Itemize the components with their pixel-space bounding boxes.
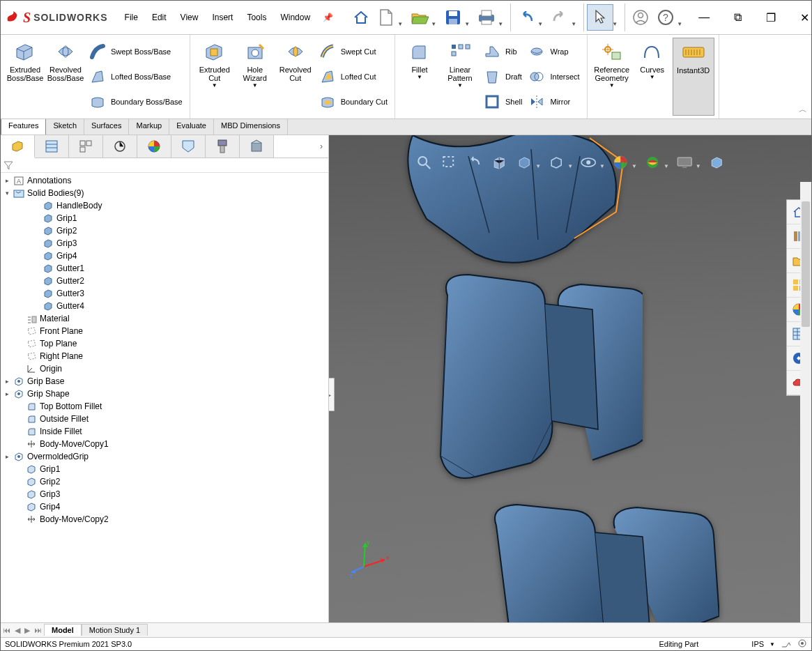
lofted-boss-button[interactable]: Lofted Boss/Base <box>86 64 185 89</box>
tab-surfaces[interactable]: Surfaces <box>84 119 129 135</box>
menu-window[interactable]: Window <box>275 10 316 25</box>
menu-view[interactable]: View <box>175 10 204 25</box>
tab-nav-next[interactable]: ▶ <box>22 626 32 635</box>
expand-icon[interactable]: ▸ <box>3 390 10 397</box>
tree-node[interactable]: Grip1 <box>1 212 328 224</box>
apply-scene-button[interactable] <box>643 153 662 171</box>
tab-nav-last[interactable]: ⏭ <box>32 626 44 634</box>
zoom-fit-button[interactable] <box>414 153 434 171</box>
mirror-button[interactable]: Mirror <box>525 89 582 114</box>
flyout-icon[interactable]: › <box>314 135 328 158</box>
status-icon[interactable] <box>781 638 792 650</box>
dimxpert-manager-tab[interactable] <box>103 135 137 158</box>
expand-icon[interactable]: ▾ <box>3 190 10 197</box>
rib-button[interactable]: Rib <box>480 39 525 64</box>
cam-tree-tab[interactable] <box>206 135 240 158</box>
hide-show-button[interactable] <box>579 153 598 171</box>
tree-node[interactable]: Top Plane <box>1 337 328 350</box>
dropdown-icon[interactable]: ▼ <box>769 641 775 648</box>
edit-appearance-button[interactable] <box>611 153 630 171</box>
tab-evaluate[interactable]: Evaluate <box>169 119 214 135</box>
boundary-boss-button[interactable]: Boundary Boss/Base <box>86 89 185 114</box>
redo-button[interactable] <box>547 5 572 30</box>
close-button[interactable]: ✕ <box>790 7 812 28</box>
tree-node[interactable]: Grip3 <box>1 488 328 500</box>
tree-node[interactable]: Grip2 <box>1 475 328 488</box>
tree-node[interactable]: HandleBody <box>1 199 328 212</box>
dropdown-icon[interactable]: ▼ <box>664 163 669 169</box>
save-button[interactable] <box>441 5 466 30</box>
menu-edit[interactable]: Edit <box>146 10 172 25</box>
scrollbar-thumb[interactable] <box>802 201 810 327</box>
print-button[interactable] <box>474 5 499 30</box>
tree-node[interactable]: Material <box>1 312 328 325</box>
tab-nav-first[interactable]: ⏮ <box>1 626 13 634</box>
menu-insert[interactable]: Insert <box>206 10 238 25</box>
intersect-button[interactable]: Intersect <box>525 64 582 89</box>
reference-geometry-button[interactable]: Reference Geometry▼ <box>592 38 632 116</box>
extruded-cut-button[interactable]: Extruded Cut▼ <box>194 38 235 116</box>
user-button[interactable] <box>628 5 653 30</box>
curves-button[interactable]: Curves▼ <box>632 38 673 116</box>
tree-node[interactable]: Body-Move/Copy1 <box>1 438 328 450</box>
minimize-button[interactable]: — <box>689 7 719 28</box>
tab-markup[interactable]: Markup <box>129 119 169 135</box>
previous-view-button[interactable] <box>464 153 484 171</box>
home-button[interactable] <box>348 5 374 30</box>
expand-icon[interactable]: ▸ <box>3 453 10 460</box>
flyout-tree-handle[interactable]: ▸ <box>329 378 335 411</box>
tree-node[interactable]: Gutter3 <box>1 287 328 300</box>
tree-node[interactable]: Grip2 <box>1 224 328 237</box>
lofted-cut-button[interactable]: Lofted Cut <box>316 64 390 89</box>
expand-icon[interactable]: ▸ <box>3 378 10 385</box>
new-button[interactable] <box>374 5 399 30</box>
feature-manager-tab[interactable] <box>1 135 35 158</box>
tree-node[interactable]: ▾Solid Bodies(9) <box>1 187 328 199</box>
fillet-button[interactable]: Fillet▼ <box>399 38 440 116</box>
maximize-small-button[interactable]: ⧉ <box>723 7 752 28</box>
configuration-manager-tab[interactable] <box>69 135 103 158</box>
tree-node[interactable]: Gutter1 <box>1 262 328 275</box>
tree-node[interactable]: ▸AAnnotations <box>1 174 328 187</box>
revolved-cut-button[interactable]: Revolved Cut <box>275 38 316 116</box>
menu-tools[interactable]: Tools <box>241 10 272 25</box>
tree-node[interactable]: ▸Grip Shape <box>1 388 328 400</box>
tree-node[interactable]: Grip1 <box>1 463 328 475</box>
view-triad[interactable]: x y z <box>350 539 392 581</box>
dropdown-icon[interactable]: ▼ <box>696 163 701 169</box>
tree-node[interactable]: Right Plane <box>1 350 328 362</box>
dropdown-icon[interactable]: ▼ <box>599 163 605 169</box>
tree-filter[interactable] <box>1 158 328 173</box>
section-view-button[interactable] <box>489 153 509 171</box>
wrap-button[interactable]: Wrap <box>525 39 582 64</box>
status-gear-icon[interactable] <box>797 638 807 650</box>
dropdown-icon[interactable]: ▼ <box>567 163 573 169</box>
dropdown-icon[interactable]: ▼ <box>535 163 541 169</box>
tree-node[interactable]: Grip4 <box>1 250 328 262</box>
display-style-button[interactable] <box>546 153 566 171</box>
tree-node[interactable]: Front Plane <box>1 325 328 337</box>
units-label[interactable]: IPS <box>751 640 764 648</box>
tree-node[interactable]: Grip3 <box>1 237 328 250</box>
boundary-cut-button[interactable]: Boundary Cut <box>316 89 390 114</box>
undo-button[interactable] <box>514 5 539 30</box>
tree-node[interactable]: ▸OvermoldedGrip <box>1 450 328 463</box>
help-button[interactable]: ? <box>653 5 678 30</box>
tree-node[interactable]: Gutter2 <box>1 275 328 287</box>
tab-features[interactable]: Features <box>1 118 46 135</box>
cam-manager-tab[interactable] <box>171 135 206 158</box>
tree-node[interactable]: Inside Fillet <box>1 425 328 438</box>
pin-icon[interactable]: 📌 <box>323 12 333 23</box>
collapse-ribbon-icon[interactable]: ︿ <box>799 104 807 116</box>
tab-mbd[interactable]: MBD Dimensions <box>214 119 288 135</box>
render-button[interactable] <box>707 153 726 171</box>
zoom-area-button[interactable] <box>439 153 459 171</box>
tree-node[interactable]: Origin <box>1 362 328 375</box>
open-button[interactable] <box>407 5 432 30</box>
expand-icon[interactable]: ▸ <box>3 177 10 184</box>
view-settings-button[interactable] <box>675 153 694 171</box>
property-manager-tab[interactable] <box>35 135 69 158</box>
dropdown-icon[interactable]: ▼ <box>631 163 637 169</box>
menu-file[interactable]: File <box>119 10 144 25</box>
graphics-viewport[interactable]: ▸ <box>329 135 811 622</box>
